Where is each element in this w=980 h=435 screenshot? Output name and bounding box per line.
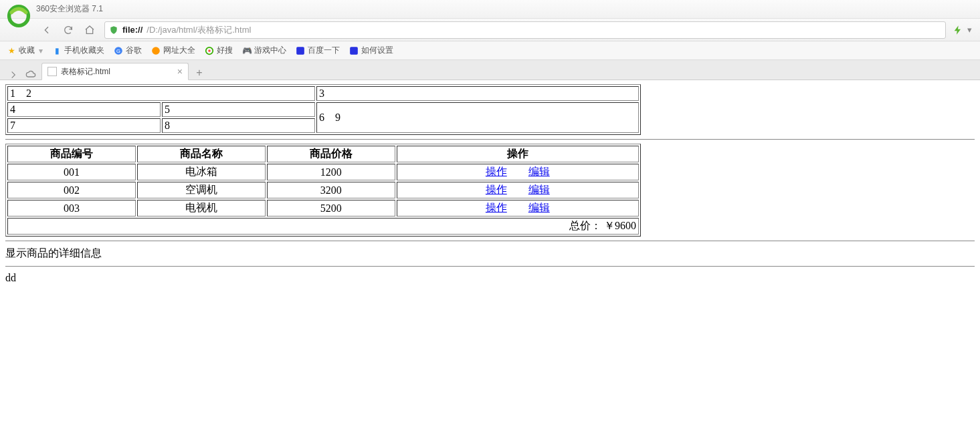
edit-link[interactable]: 编辑 (528, 166, 550, 177)
bookmark-item[interactable]: 如何设置 (349, 45, 393, 56)
star-icon: ★ (7, 46, 16, 55)
col-header: 商品名称 (137, 146, 266, 162)
divider (5, 139, 975, 140)
dd-text: dd (5, 272, 975, 284)
url-protocol: file:// (122, 25, 142, 35)
favorites-button[interactable]: ★ 收藏 ▾ (7, 45, 43, 56)
phone-icon: ▮ (52, 46, 62, 55)
url-path: /D:/java/html/表格标记.html (146, 24, 251, 36)
chevron-down-icon: ▾ (967, 25, 972, 35)
col-header: 操作 (397, 146, 639, 162)
edit-link[interactable]: 编辑 (528, 202, 550, 213)
edit-link[interactable]: 编辑 (528, 184, 550, 195)
bookmark-item[interactable]: 网址大全 (151, 45, 195, 56)
detail-text: 显示商品的详细信息 (5, 247, 975, 261)
back-button[interactable] (37, 21, 56, 39)
table-cell: 7 (7, 118, 161, 133)
address-bar[interactable]: file:// /D:/java/html/表格标记.html (104, 21, 946, 39)
settings-icon (349, 46, 359, 55)
page-icon (47, 67, 57, 76)
gamepad-icon: 🎮 (242, 46, 252, 55)
bookmark-item[interactable]: G谷歌 (114, 45, 142, 56)
cloud-icon[interactable] (24, 69, 37, 80)
bookmark-item[interactable]: 好搜 (205, 45, 233, 56)
google-icon: G (114, 46, 123, 55)
svg-point-5 (208, 49, 211, 52)
bookmark-item[interactable]: 百度一下 (296, 45, 340, 56)
toolbar: file:// /D:/java/html/表格标记.html ▾ (0, 19, 980, 41)
home-button[interactable] (80, 21, 99, 39)
site-icon (151, 46, 161, 55)
table-cell: 3 (316, 86, 639, 101)
table-cell: 4 (7, 102, 161, 117)
haosou-icon (205, 46, 214, 55)
bookmarks-bar: ★ 收藏 ▾ ▮手机收藏夹 G谷歌 网址大全 好搜 🎮游戏中心 百度一下 如何设… (0, 41, 980, 60)
tab-title: 表格标记.html (61, 66, 110, 78)
operate-link[interactable]: 操作 (486, 184, 507, 195)
favorites-label: 收藏 (19, 45, 35, 56)
baidu-icon (296, 46, 305, 55)
product-table: 商品编号 商品名称 商品价格 操作 001 电冰箱 1200 操作编辑 002 … (5, 144, 641, 237)
svg-rect-6 (296, 47, 304, 55)
operate-link[interactable]: 操作 (486, 166, 507, 177)
titlebar: 360安全浏览器 7.1 (0, 0, 980, 19)
divider (5, 241, 975, 241)
table-1: 1 2 3 4 5 6 9 7 8 (5, 84, 641, 135)
svg-point-3 (152, 47, 160, 55)
bookmark-item[interactable]: 🎮游戏中心 (242, 45, 286, 56)
sidebar-toggle-button[interactable] (7, 70, 20, 80)
svg-text:G: G (116, 47, 120, 53)
table-cell: 1 2 (7, 86, 315, 101)
browser-logo-icon (5, 3, 32, 29)
col-header: 商品价格 (267, 146, 395, 162)
tab-strip: 表格标记.html × + (0, 60, 980, 80)
operate-link[interactable]: 操作 (486, 202, 507, 213)
new-tab-button[interactable]: + (193, 66, 206, 80)
tab-active[interactable]: 表格标记.html × (41, 63, 189, 80)
reload-button[interactable] (59, 21, 78, 39)
table-cell: 6 9 (316, 102, 639, 133)
page-content: 1 2 3 4 5 6 9 7 8 商品编号 商品名称 商品价格 操作 001 … (0, 80, 980, 293)
table-cell: 5 (162, 102, 315, 117)
table-row: 001 电冰箱 1200 操作编辑 (7, 164, 639, 180)
close-icon[interactable]: × (177, 66, 183, 77)
app-title: 360安全浏览器 7.1 (36, 3, 103, 15)
col-header: 商品编号 (7, 146, 136, 162)
svg-rect-7 (350, 47, 358, 55)
table-footer: 总价： ￥9600 (7, 218, 639, 235)
table-row: 003 电视机 5200 操作编辑 (7, 200, 639, 216)
table-cell: 8 (162, 118, 315, 133)
divider (5, 266, 975, 267)
bookmark-item[interactable]: ▮手机收藏夹 (52, 45, 104, 56)
table-row: 002 空调机 3200 操作编辑 (7, 182, 639, 198)
total-cell: 总价： ￥9600 (7, 218, 639, 235)
speed-mode-button[interactable]: ▾ (949, 25, 976, 35)
shield-icon (109, 25, 118, 35)
